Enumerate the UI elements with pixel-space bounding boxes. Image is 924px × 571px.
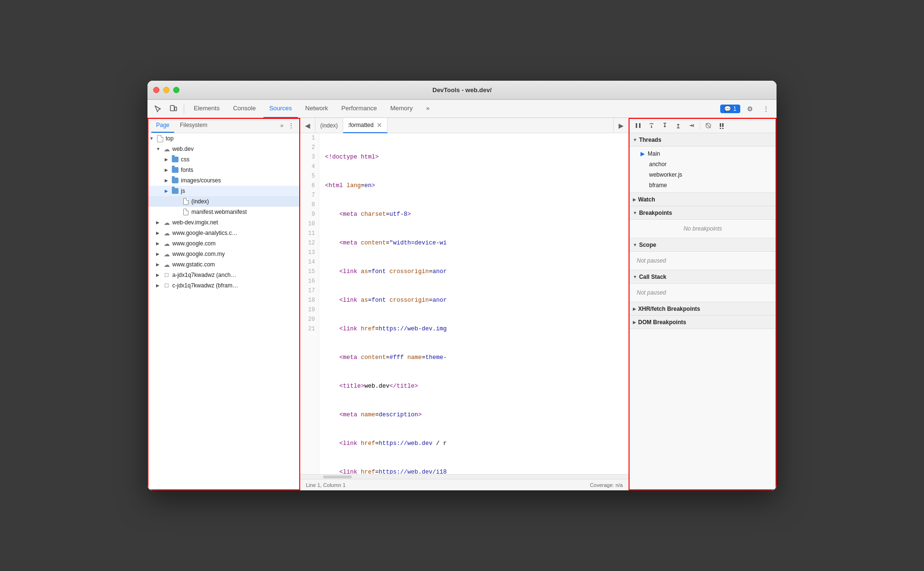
tree-item-fonts[interactable]: ▶ fonts [147, 165, 300, 175]
editor-tab-formatted[interactable]: :formatted ✕ [343, 118, 388, 133]
tree-item-anchor[interactable]: ▶ ☐ a-jdx1q7kwadwz (anch… [147, 270, 300, 280]
status-bar: Line 1, Column 1 Coverage: n/a [300, 479, 629, 490]
line-num-12: 12 [300, 238, 315, 248]
step-over-button[interactable] [645, 119, 658, 132]
scope-section-header[interactable]: ▼ Scope [629, 238, 777, 252]
device-toolbar-button[interactable] [167, 102, 180, 116]
code-area[interactable]: 1 2 3 4 5 6 7 8 9 10 11 12 13 14 15 16 1 [300, 133, 629, 474]
tab-more[interactable]: » [420, 100, 435, 118]
tree-item-bframe[interactable]: ▶ ☐ c-jdx1q7kwadwz (bfram… [147, 280, 300, 291]
code-line-12: <link href=https://web.dev/i18 [325, 467, 623, 474]
pause-button[interactable] [632, 119, 644, 132]
breakpoints-section-header[interactable]: ▼ Breakpoints [629, 206, 777, 220]
folder-icon-css [171, 156, 179, 163]
more-options-button[interactable]: ⋮ [759, 102, 773, 116]
tab-console[interactable]: Console [227, 100, 262, 118]
cloud-icon-imgix: ☁ [163, 219, 170, 226]
toolbar-separator [184, 104, 184, 114]
tab-filesystem[interactable]: Filesystem [175, 118, 212, 133]
tree-item-images[interactable]: ▶ images/courses [147, 175, 300, 186]
main-toolbar: Elements Console Sources Network Perform… [147, 100, 777, 118]
folder-icon-top [156, 135, 164, 142]
code-line-4: <meta content="width=device-wi [325, 238, 623, 248]
step-out-button[interactable] [672, 119, 684, 132]
thread-arrow-main: ▶ [640, 150, 645, 157]
editor-more-button[interactable]: ▶ [613, 118, 629, 133]
tree-item-top[interactable]: ▼ top [147, 133, 300, 144]
inspect-icon [154, 105, 162, 113]
chat-icon: 💬 [724, 106, 731, 112]
tree-label-anchor: a-jdx1q7kwadwz (anch… [172, 272, 236, 278]
editor-back-button[interactable]: ◀ [300, 118, 315, 133]
minimize-button[interactable] [163, 87, 169, 93]
scrollbar-thumb[interactable] [323, 476, 352, 478]
code-line-7: <link href=https://web-dev.img [325, 324, 623, 334]
threads-section-header[interactable]: ▼ Threads [629, 133, 777, 147]
tree-item-googlemy[interactable]: ▶ ☁ www.google.com.my [147, 249, 300, 259]
settings-button[interactable]: ⚙ [743, 102, 756, 116]
tab-elements[interactable]: Elements [188, 100, 225, 118]
tree-item-google[interactable]: ▶ ☁ www.google.com [147, 238, 300, 249]
code-line-9: <title>web.dev</title> [325, 381, 623, 391]
line-num-9: 9 [300, 210, 315, 219]
svg-rect-0 [170, 106, 174, 111]
tree-label-css: css [181, 156, 189, 163]
tree-item-manifest[interactable]: ▶ manifest.webmanifest [147, 207, 300, 217]
tab-page[interactable]: Page [151, 118, 174, 133]
line-num-13: 13 [300, 248, 315, 257]
thread-bframe[interactable]: bframe [629, 180, 777, 190]
scope-not-paused: Not paused [629, 254, 777, 268]
tab-more-left[interactable]: » [278, 122, 285, 129]
close-tab-icon[interactable]: ✕ [377, 121, 382, 129]
tab-performance[interactable]: Performance [336, 100, 382, 118]
tree-label-images: images/courses [181, 177, 221, 184]
tree-arrow-fonts: ▶ [165, 168, 171, 172]
thread-label-main: Main [648, 150, 660, 157]
continue-button[interactable] [685, 119, 698, 132]
editor-tab-index[interactable]: (index) [315, 118, 343, 133]
tree-item-webdev[interactable]: ▼ ☁ web.dev [147, 144, 300, 154]
more-icon: ⋮ [763, 105, 769, 113]
notifications-button[interactable]: 💬 1 [720, 105, 740, 113]
line-num-11: 11 [300, 229, 315, 238]
line-num-18: 18 [300, 296, 315, 305]
pause-exceptions-button[interactable] [715, 119, 728, 132]
editor-panel: ◀ (index) :formatted ✕ ▶ 1 2 3 4 5 6 [300, 118, 629, 490]
deactivate-breakpoints-button[interactable] [702, 119, 714, 132]
close-button[interactable] [153, 87, 159, 93]
tree-item-analytics[interactable]: ▶ ☁ www.google-analytics.c… [147, 228, 300, 238]
tree-item-gstatic[interactable]: ▶ ☁ www.gstatic.com [147, 259, 300, 270]
svg-rect-7 [722, 123, 724, 127]
horizontal-scrollbar[interactable] [300, 474, 629, 479]
tree-item-js[interactable]: ▶ js [147, 186, 300, 196]
thread-webworker[interactable]: webworker.js [629, 169, 777, 180]
step-into-button[interactable] [659, 119, 671, 132]
debug-toolbar [629, 118, 777, 133]
watch-section-header[interactable]: ▶ Watch [629, 193, 777, 206]
svg-rect-1 [175, 107, 177, 111]
code-line-2: <html lang=en> [325, 181, 623, 190]
svg-rect-8 [720, 128, 721, 129]
tree-item-imgix[interactable]: ▶ ☁ web-dev.imgix.net [147, 217, 300, 228]
editor-tabs: ◀ (index) :formatted ✕ ▶ [300, 118, 629, 133]
dom-section-header[interactable]: ▶ DOM Breakpoints [629, 316, 777, 329]
thread-main[interactable]: ▶ Main [629, 148, 777, 159]
panel-menu-button[interactable]: ⋮ [286, 121, 296, 130]
callstack-section-header[interactable]: ▼ Call Stack [629, 270, 777, 284]
tab-network[interactable]: Network [300, 100, 334, 118]
svg-rect-9 [722, 128, 724, 129]
main-content: Page Filesystem » ⋮ ▼ top ▼ ☁ we [147, 118, 777, 490]
xhr-section-header[interactable]: ▶ XHR/fetch Breakpoints [629, 302, 777, 316]
tree-item-css[interactable]: ▶ css [147, 154, 300, 165]
tree-item-index[interactable]: ▶ (index) [147, 196, 300, 207]
xhr-title: XHR/fetch Breakpoints [638, 306, 700, 312]
inspect-element-button[interactable] [151, 102, 165, 116]
tree-label-google: www.google.com [172, 240, 216, 247]
maximize-button[interactable] [173, 87, 179, 93]
thread-anchor[interactable]: anchor [629, 159, 777, 169]
tab-memory[interactable]: Memory [385, 100, 419, 118]
line-num-6: 6 [300, 181, 315, 190]
svg-rect-2 [636, 123, 637, 128]
tab-sources[interactable]: Sources [263, 100, 298, 118]
square-icon-anchor: ☐ [163, 271, 170, 279]
